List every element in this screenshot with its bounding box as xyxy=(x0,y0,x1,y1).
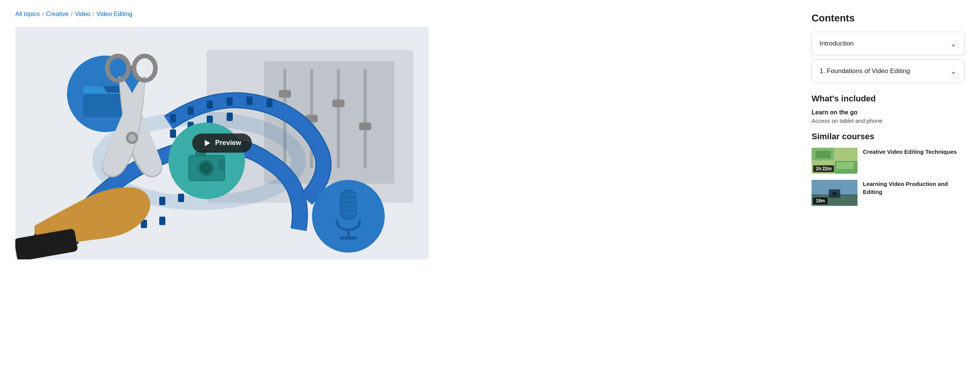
sidebar: Contents Introduction ⌄ 1. Foundations o… xyxy=(812,11,965,259)
chevron-down-icon-2: ⌄ xyxy=(950,67,957,76)
svg-rect-29 xyxy=(247,96,253,105)
course-1-title[interactable]: Creative Video Editing Techniques xyxy=(863,148,957,156)
course-card-2: 18m Learning Video Production and Editin… xyxy=(812,180,965,206)
svg-rect-24 xyxy=(159,217,165,225)
svg-marker-59 xyxy=(205,140,210,146)
svg-rect-58 xyxy=(340,236,357,240)
breadcrumb-sep-1: / xyxy=(42,11,44,17)
course-2-duration: 18m xyxy=(813,197,828,204)
svg-rect-25 xyxy=(170,114,176,122)
svg-point-72 xyxy=(833,192,836,196)
accordion-foundations-header[interactable]: 1. Foundations of Video Editing ⌄ xyxy=(812,60,964,83)
learn-on-go-sub: Access on tablet and phone xyxy=(812,117,965,124)
accordion-foundations-label: 1. Foundations of Video Editing xyxy=(820,67,910,75)
course-thumb-2[interactable]: 18m xyxy=(812,180,858,206)
svg-rect-31 xyxy=(170,129,176,138)
accordion-foundations: 1. Foundations of Video Editing ⌄ xyxy=(812,59,965,83)
breadcrumb-video-editing[interactable]: Video Editing xyxy=(96,11,132,18)
course-2-title[interactable]: Learning Video Production and Editing xyxy=(863,180,965,196)
svg-rect-27 xyxy=(207,100,213,109)
svg-rect-5 xyxy=(337,69,340,168)
svg-rect-6 xyxy=(364,69,367,168)
accordion-introduction-header[interactable]: Introduction ⌄ xyxy=(812,32,964,55)
accordion-introduction-label: Introduction xyxy=(820,40,854,47)
course-1-duration: 1h 22m xyxy=(813,165,834,172)
svg-rect-7 xyxy=(279,90,291,98)
breadcrumb-sep-3: / xyxy=(93,11,94,17)
chevron-down-icon: ⌄ xyxy=(950,39,957,48)
learn-on-go-label: Learn on the go xyxy=(812,109,965,116)
svg-rect-48 xyxy=(218,159,225,170)
page-container: All topics / Creative / Video / Video Ed… xyxy=(0,0,980,275)
main-content: All topics / Creative / Video / Video Ed… xyxy=(15,11,793,259)
svg-rect-28 xyxy=(227,97,233,106)
svg-rect-9 xyxy=(332,99,345,107)
accordion-introduction: Introduction ⌄ xyxy=(812,32,965,55)
svg-point-46 xyxy=(200,162,212,174)
breadcrumb-sep-2: / xyxy=(71,11,73,17)
breadcrumb-creative[interactable]: Creative xyxy=(46,11,69,18)
svg-rect-18 xyxy=(178,194,184,202)
svg-rect-34 xyxy=(227,112,233,121)
svg-rect-64 xyxy=(836,162,854,169)
preview-button[interactable]: Preview xyxy=(192,134,252,153)
svg-rect-26 xyxy=(188,106,194,115)
svg-rect-30 xyxy=(266,99,273,107)
svg-rect-17 xyxy=(159,197,165,205)
course-card-1: 1h 22m Creative Video Editing Techniques xyxy=(812,148,965,174)
similar-courses-title: Similar courses xyxy=(812,132,965,142)
breadcrumb-video[interactable]: Video xyxy=(75,11,90,18)
svg-rect-10 xyxy=(359,122,371,130)
whats-included-title: What's included xyxy=(812,94,965,104)
breadcrumb-all-topics[interactable]: All topics xyxy=(15,11,40,18)
play-icon xyxy=(203,139,211,147)
breadcrumb: All topics / Creative / Video / Video Ed… xyxy=(15,11,793,18)
hero-image: Preview xyxy=(15,27,429,259)
course-thumb-1[interactable]: 1h 22m xyxy=(812,148,858,174)
preview-button-label: Preview xyxy=(215,139,241,147)
svg-rect-63 xyxy=(815,151,831,158)
contents-title: Contents xyxy=(812,12,965,24)
svg-point-39 xyxy=(128,134,136,142)
